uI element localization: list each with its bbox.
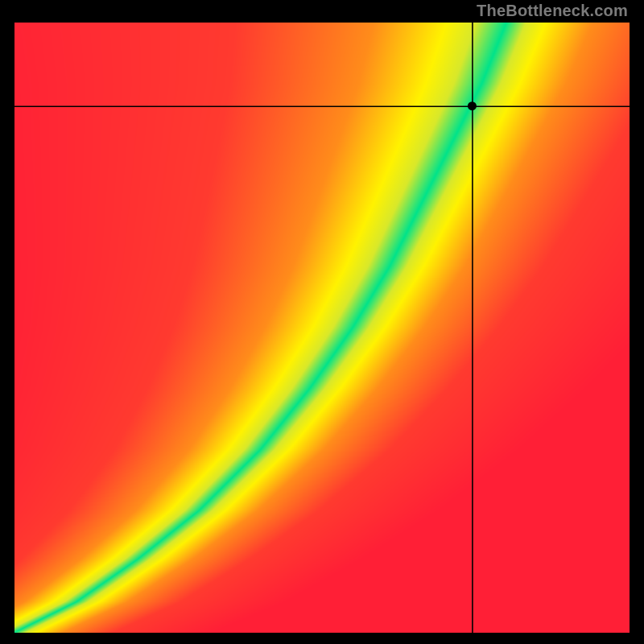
attribution-label: TheBottleneck.com [477,2,628,20]
bottleneck-heatmap [14,23,630,633]
chart-container: TheBottleneck.com [0,0,644,644]
